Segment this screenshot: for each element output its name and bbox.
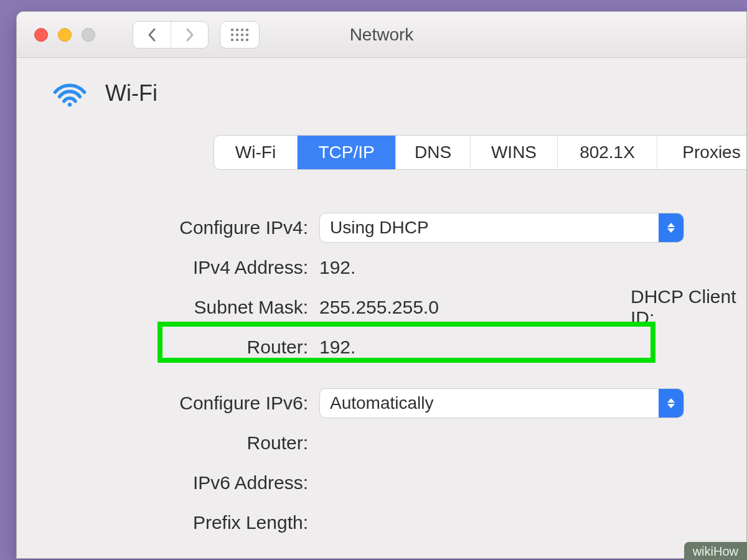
- tab-wins[interactable]: WINS: [471, 136, 558, 169]
- tab-tcpip[interactable]: TCP/IP: [298, 136, 396, 169]
- value-ipv4-address: 192.: [319, 257, 355, 278]
- system-preferences-window: Network Wi-Fi Wi-Fi TCP/IP DNS WINS 802: [16, 11, 747, 559]
- label-subnet-mask: Subnet Mask:: [52, 297, 319, 318]
- tabs-container: Wi-Fi TCP/IP DNS WINS 802.1X Proxies: [214, 135, 746, 170]
- titlebar: Network: [17, 12, 746, 58]
- zoom-button[interactable]: [82, 28, 95, 42]
- value-subnet-mask: 255.255.255.0: [319, 297, 439, 318]
- label-ipv4-address: IPv4 Address:: [52, 257, 319, 278]
- nav-back-forward: [133, 21, 209, 49]
- dropdown-stepper-icon: [659, 213, 684, 242]
- label-ipv6-address: IPv6 Address:: [52, 472, 319, 493]
- label-configure-ipv4: Configure IPv4:: [52, 217, 319, 238]
- close-button[interactable]: [34, 28, 48, 42]
- tabs: Wi-Fi TCP/IP DNS WINS 802.1X Proxies: [214, 135, 747, 170]
- row-ipv4-address: IPv4 Address: 192.: [52, 250, 746, 286]
- label-ipv6-router: Router:: [52, 432, 319, 454]
- row-ipv6-router: Router:: [52, 425, 746, 461]
- row-configure-ipv4: Configure IPv4: Using DHCP: [52, 210, 746, 246]
- label-configure-ipv6: Configure IPv6:: [52, 393, 319, 414]
- dropdown-stepper-icon: [659, 389, 684, 418]
- row-ipv4-router: Router: 192.: [52, 329, 746, 365]
- tab-proxies[interactable]: Proxies: [657, 136, 747, 169]
- window-title: Network: [17, 25, 746, 45]
- pane-title: Wi-Fi: [105, 80, 157, 106]
- row-configure-ipv6: Configure IPv6: Automatically: [52, 385, 746, 421]
- tab-8021x[interactable]: 802.1X: [558, 136, 657, 169]
- grid-icon: [231, 29, 248, 41]
- tab-dns[interactable]: DNS: [396, 136, 471, 169]
- row-prefix-length: Prefix Length:: [52, 505, 746, 541]
- forward-button[interactable]: [171, 22, 208, 48]
- content-pane: Wi-Fi Wi-Fi TCP/IP DNS WINS 802.1X Proxi…: [17, 58, 746, 541]
- select-configure-ipv6-value: Automatically: [330, 393, 434, 413]
- label-ipv4-router: Router:: [52, 337, 319, 358]
- row-subnet-mask: Subnet Mask: 255.255.255.0 DHCP Client I…: [52, 289, 746, 325]
- select-configure-ipv4-value: Using DHCP: [330, 218, 429, 238]
- toolbar-nav-group: [133, 21, 260, 49]
- select-configure-ipv4[interactable]: Using DHCP: [319, 213, 684, 243]
- show-all-button[interactable]: [220, 21, 260, 49]
- minimize-button[interactable]: [58, 28, 72, 42]
- select-configure-ipv6[interactable]: Automatically: [319, 388, 684, 418]
- chevron-right-icon: [184, 27, 195, 42]
- label-prefix-length: Prefix Length:: [52, 512, 319, 533]
- svg-point-0: [68, 103, 72, 106]
- chevron-left-icon: [146, 27, 157, 42]
- label-dhcp-client-id: DHCP Client ID:: [631, 286, 746, 329]
- pane-heading: Wi-Fi: [52, 79, 746, 108]
- wifi-icon: [52, 79, 88, 108]
- traffic-lights: [34, 28, 95, 42]
- wikihow-watermark: wikiHow: [684, 542, 747, 560]
- tab-wifi[interactable]: Wi-Fi: [214, 136, 298, 169]
- row-ipv6-address: IPv6 Address:: [52, 465, 746, 501]
- tcpip-form: Configure IPv4: Using DHCP IPv4 Address:…: [52, 210, 746, 541]
- value-ipv4-router: 192.: [319, 337, 355, 358]
- back-button[interactable]: [133, 22, 171, 48]
